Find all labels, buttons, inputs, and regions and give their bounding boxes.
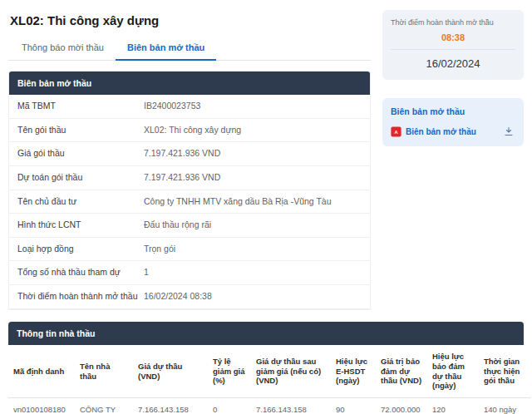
download-icon[interactable] bbox=[502, 125, 515, 138]
detail-value: 7.197.421.936 VND bbox=[144, 148, 362, 160]
detail-value: XL02: Thi công xây dựng bbox=[144, 125, 362, 136]
col-gia-tri-bao-dam: Giá trị bảo đảm dự thầu (VND) bbox=[376, 345, 427, 398]
col-hieu-luc-ehsdt: Hiệu lực E-HSDT (ngày) bbox=[331, 345, 376, 398]
detail-label: Giá gói thầu bbox=[17, 148, 144, 160]
tab-bien-ban-mo-thau[interactable]: Biên bản mở thầu bbox=[116, 36, 216, 61]
detail-row-ten-goi-thau: Tên gói thầu XL02: Thi công xây dựng bbox=[9, 119, 370, 143]
record-card-title: Biên bản mở thầu bbox=[391, 106, 515, 116]
tab-bar: Thông báo mời thầu Biên bản mở thầu bbox=[8, 36, 371, 61]
detail-row-loai-hop-dong: Loại hợp đồng Trọn gói bbox=[9, 238, 370, 262]
record-download-link[interactable]: Biên bản mở thầu bbox=[406, 127, 502, 136]
pdf-file-icon: A bbox=[391, 126, 401, 137]
cell-gia-tri-bao-dam: 72.000.000 bbox=[376, 398, 427, 414]
detail-row-ma-tbmt: Mã TBMT IB2400023753 bbox=[9, 95, 370, 119]
contractor-section-header: Thông tin nhà thầu bbox=[8, 322, 524, 345]
cell-gia-du-thau: 7.166.143.158 bbox=[133, 398, 208, 414]
detail-row-hinh-thuc-lcnt: Hình thức LCNT Đấu thầu rộng rãi bbox=[9, 214, 370, 238]
cell-ty-le-giam-gia: 0 bbox=[208, 398, 251, 414]
svg-text:A: A bbox=[394, 130, 397, 135]
col-ma-dinh-danh: Mã định danh bbox=[8, 345, 75, 398]
cell-ma-dinh-danh: vn0100108180 bbox=[8, 398, 75, 414]
bid-opening-record-card: Biên bản mở thầu Mã TBMT IB2400023753 Tê… bbox=[8, 71, 371, 310]
completion-time-value: 08:38 bbox=[391, 27, 515, 50]
detail-label: Tên gói thầu bbox=[17, 125, 144, 136]
details-card-header: Biên bản mở thầu bbox=[9, 71, 370, 95]
col-thoi-gian-thuc-hien: Thời gian thực hiện gói thầu bbox=[479, 345, 530, 398]
page-title: XL02: Thi công xây dựng bbox=[8, 8, 371, 36]
detail-row-du-toan: Dự toán gói thầu 7.197.421.936 VND bbox=[9, 166, 370, 190]
contractor-table-header-row: Mã định danh Tên nhà thầu Giá dự thầu (V… bbox=[8, 345, 530, 398]
cell-ten-nha-thau: CÔNG TY CỔ PHẦN TẬP ĐOÀN XÂY LẮP 1 - PET… bbox=[75, 398, 133, 414]
cell-hieu-luc-bao-dam: 120 bbox=[427, 398, 479, 414]
record-file-row: A Biên bản mở thầu bbox=[391, 125, 515, 138]
detail-label: Hình thức LCNT bbox=[17, 219, 144, 231]
contractor-info-section: Thông tin nhà thầu Mã định danh Tên nhà … bbox=[8, 322, 524, 414]
detail-value: Trọn gói bbox=[144, 244, 362, 255]
detail-value: Công ty TNHH MTV xăng dầu Bà Rịa -Vũng T… bbox=[144, 196, 362, 208]
detail-value: IB2400023753 bbox=[144, 101, 362, 112]
tab-thong-bao-moi-thau[interactable]: Thông báo mời thầu bbox=[10, 36, 116, 61]
col-ten-nha-thau: Tên nhà thầu bbox=[75, 345, 133, 398]
detail-value: Đấu thầu rộng rãi bbox=[144, 219, 362, 231]
cell-hieu-luc-ehsdt: 90 bbox=[331, 398, 376, 414]
detail-row-chu-dau-tu: Tên chủ đầu tư Công ty TNHH MTV xăng dầu… bbox=[9, 190, 370, 214]
col-gia-du-thau: Giá dự thầu (VND) bbox=[133, 345, 208, 398]
detail-row-gia-goi-thau: Giá gói thầu 7.197.421.936 VND bbox=[9, 142, 370, 166]
col-ty-le-giam-gia: Tỷ lệ giảm giá (%) bbox=[208, 345, 251, 398]
main-column: XL02: Thi công xây dựng Thông báo mời th… bbox=[8, 8, 371, 310]
detail-label: Thời điểm hoàn thành mở thầu bbox=[17, 291, 144, 303]
detail-label: Tên chủ đầu tư bbox=[17, 196, 144, 208]
sidebar: Thời điểm hoàn thành mở thầu 08:38 16/02… bbox=[382, 8, 524, 146]
detail-row-thoi-diem-hoan-thanh: Thời điểm hoàn thành mở thầu 16/02/2024 … bbox=[9, 285, 370, 309]
completion-time-label: Thời điểm hoàn thành mở thầu bbox=[391, 18, 515, 27]
detail-value: 1 bbox=[144, 267, 362, 278]
detail-label: Dự toán gói thầu bbox=[17, 172, 144, 184]
cell-gia-sau-giam-gia: 7.166.143.158 bbox=[251, 398, 331, 414]
col-hieu-luc-bao-dam: Hiệu lực bảo đảm dự thầu (ngày) bbox=[427, 345, 479, 398]
col-gia-sau-giam-gia: Giá dự thầu sau giảm giá (nếu có) (VND) bbox=[251, 345, 331, 398]
page: XL02: Thi công xây dựng Thông báo mời th… bbox=[0, 0, 532, 414]
detail-row-so-nha-thau: Tổng số nhà thầu tham dự 1 bbox=[9, 261, 370, 285]
cell-thoi-gian-thuc-hien: 140 ngày bbox=[479, 398, 530, 414]
completion-time-card: Thời điểm hoàn thành mở thầu 08:38 16/02… bbox=[382, 10, 524, 80]
detail-label: Loại hợp đồng bbox=[17, 244, 144, 255]
record-download-card: Biên bản mở thầu A Biên bản mở thầu bbox=[382, 98, 524, 146]
table-row: vn0100108180 CÔNG TY CỔ PHẦN TẬP ĐOÀN XÂ… bbox=[8, 398, 530, 414]
completion-date-value: 16/02/2024 bbox=[391, 50, 515, 70]
contractor-table: Mã định danh Tên nhà thầu Giá dự thầu (V… bbox=[8, 345, 530, 414]
top-area: XL02: Thi công xây dựng Thông báo mời th… bbox=[8, 8, 524, 310]
detail-value: 16/02/2024 08:38 bbox=[144, 291, 362, 303]
detail-label: Tổng số nhà thầu tham dự bbox=[17, 267, 144, 278]
detail-value: 7.197.421.936 VND bbox=[144, 172, 362, 184]
detail-label: Mã TBMT bbox=[17, 101, 144, 112]
